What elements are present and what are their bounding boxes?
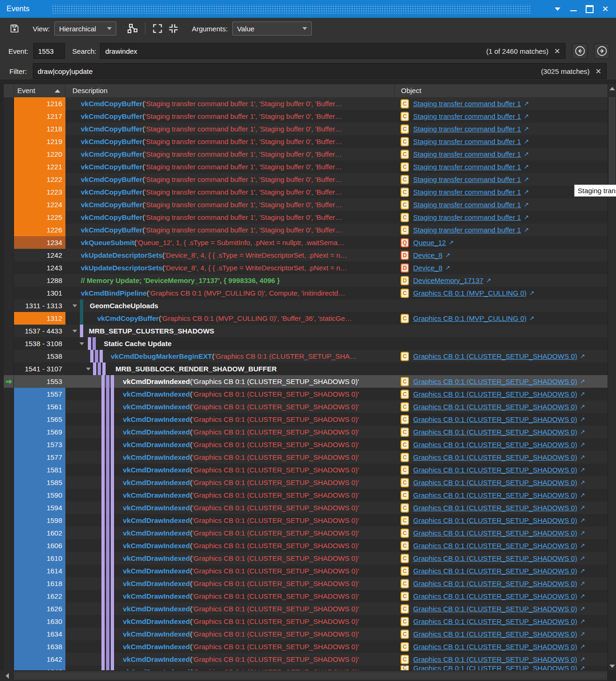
- goto-arrow-icon[interactable]: ↗: [580, 454, 585, 461]
- goto-arrow-icon[interactable]: ↗: [580, 618, 585, 625]
- object-link[interactable]: Device_8: [413, 251, 443, 259]
- event-row[interactable]: 1565vkCmdDrawIndexed('Graphics CB 0:1 (C…: [4, 413, 608, 426]
- object-link[interactable]: Graphics CB 0:1 (CLUSTER_SETUP_SHADOWS 0…: [413, 390, 577, 398]
- column-header-description[interactable]: Description: [65, 84, 395, 97]
- event-row[interactable]: 1557vkCmdDrawIndexed('Graphics CB 0:1 (C…: [4, 388, 608, 400]
- goto-arrow-icon[interactable]: ↗: [580, 428, 585, 435]
- event-row[interactable]: 1218vkCmdCopyBuffer('Staging transfer co…: [4, 123, 608, 135]
- goto-arrow-icon[interactable]: ↗: [580, 542, 585, 549]
- event-row[interactable]: 1234vkQueueSubmit('Queue_12', 1, { .sTyp…: [4, 236, 608, 249]
- goto-arrow-icon[interactable]: ↗: [524, 138, 529, 145]
- goto-arrow-icon[interactable]: ↗: [449, 239, 454, 246]
- column-header-event[interactable]: Event: [14, 84, 65, 97]
- event-row[interactable]: 1594vkCmdDrawIndexed('Graphics CB 0:1 (C…: [4, 501, 608, 514]
- event-row[interactable]: 1220vkCmdCopyBuffer('Staging transfer co…: [4, 148, 608, 160]
- goto-arrow-icon[interactable]: ↗: [524, 226, 529, 233]
- goto-arrow-icon[interactable]: ↗: [580, 378, 585, 385]
- scroll-left-button[interactable]: [0, 670, 14, 681]
- h-scrollbar[interactable]: [0, 670, 608, 681]
- event-row[interactable]: 1242vkUpdateDescriptorSets('Device_8', 4…: [4, 249, 608, 261]
- event-row[interactable]: 1217vkCmdCopyBuffer('Staging transfer co…: [4, 110, 608, 123]
- goto-arrow-icon[interactable]: ↗: [580, 529, 585, 536]
- object-link[interactable]: Graphics CB 0:1 (CLUSTER_SETUP_SHADOWS 0…: [413, 504, 577, 512]
- goto-arrow-icon[interactable]: ↗: [524, 125, 529, 132]
- object-link[interactable]: Graphics CB 0:1 (CLUSTER_SETUP_SHADOWS 0…: [413, 554, 577, 562]
- goto-arrow-icon[interactable]: ↗: [580, 630, 585, 638]
- goto-arrow-icon[interactable]: ↗: [530, 315, 535, 322]
- event-row[interactable]: 1561vkCmdDrawIndexed('Graphics CB 0:1 (C…: [4, 400, 608, 413]
- close-button[interactable]: ✕: [599, 3, 611, 14]
- event-row[interactable]: 1598vkCmdDrawIndexed('Graphics CB 0:1 (C…: [4, 514, 608, 527]
- object-link[interactable]: Graphics CB 0:1 (CLUSTER_SETUP_SHADOWS 0…: [413, 415, 577, 423]
- collapse-all-button[interactable]: [165, 21, 181, 36]
- event-row[interactable]: 1538 - 3108Static Cache Update: [4, 337, 608, 350]
- event-row[interactable]: 1634vkCmdDrawIndexed('Graphics CB 0:1 (C…: [4, 628, 608, 640]
- v-scrollbar[interactable]: [608, 84, 616, 670]
- object-link[interactable]: Graphics CB 0:1 (CLUSTER_SETUP_SHADOWS 0…: [413, 630, 577, 638]
- event-row[interactable]: 1622vkCmdDrawIndexed('Graphics CB 0:1 (C…: [4, 590, 608, 602]
- event-row[interactable]: 1224vkCmdCopyBuffer('Staging transfer co…: [4, 198, 608, 211]
- object-link[interactable]: Graphics CB 0:1 (CLUSTER_SETUP_SHADOWS 0…: [413, 441, 577, 449]
- scroll-down-button[interactable]: [608, 662, 616, 670]
- object-link[interactable]: Staging transfer command buffer 1: [413, 138, 521, 145]
- goto-arrow-icon[interactable]: ↗: [580, 605, 585, 612]
- goto-arrow-icon[interactable]: ↗: [524, 188, 529, 196]
- h-scrollbar-track[interactable]: [14, 672, 607, 680]
- object-link[interactable]: Staging transfer command buffer 1: [413, 163, 521, 171]
- event-row[interactable]: 1573vkCmdDrawIndexed('Graphics CB 0:1 (C…: [4, 438, 608, 451]
- goto-arrow-icon[interactable]: ↗: [580, 593, 585, 600]
- next-match-button[interactable]: [594, 43, 609, 59]
- save-button[interactable]: [7, 21, 22, 36]
- object-link[interactable]: Graphics CB 0:1 (CLUSTER_SETUP_SHADOWS 0…: [413, 643, 577, 651]
- event-row[interactable]: 1221vkCmdCopyBuffer('Staging transfer co…: [4, 160, 608, 173]
- expand-all-button[interactable]: [150, 21, 165, 36]
- goto-arrow-icon[interactable]: ↗: [580, 466, 585, 473]
- event-row[interactable]: 1219vkCmdCopyBuffer('Staging transfer co…: [4, 135, 608, 148]
- event-row[interactable]: 1569vkCmdDrawIndexed('Graphics CB 0:1 (C…: [4, 426, 608, 438]
- goto-arrow-icon[interactable]: ↗: [445, 264, 451, 271]
- event-input[interactable]: 1553: [33, 43, 65, 59]
- goto-arrow-icon[interactable]: ↗: [530, 290, 535, 297]
- event-row[interactable]: 1585vkCmdDrawIndexed('Graphics CB 0:1 (C…: [4, 476, 608, 489]
- event-row[interactable]: 1618vkCmdDrawIndexed('Graphics CB 0:1 (C…: [4, 577, 608, 590]
- event-row[interactable]: 1642vkCmdDrawIndexed('Graphics CB 0:1 (C…: [4, 653, 608, 666]
- event-row[interactable]: 1581vkCmdDrawIndexed('Graphics CB 0:1 (C…: [4, 464, 608, 476]
- clear-filter-button[interactable]: ✕: [595, 67, 602, 76]
- goto-arrow-icon[interactable]: ↗: [445, 252, 451, 259]
- event-row[interactable]: 1243vkUpdateDescriptorSets('Device_8', 4…: [4, 261, 608, 274]
- event-row[interactable]: 1602vkCmdDrawIndexed('Graphics CB 0:1 (C…: [4, 527, 608, 539]
- object-link[interactable]: Graphics CB 0:1 (CLUSTER_SETUP_SHADOWS 0…: [413, 666, 577, 670]
- object-link[interactable]: Graphics CB 0:1 (CLUSTER_SETUP_SHADOWS 0…: [413, 453, 577, 461]
- event-row[interactable]: 1288// Memory Update; 'DeviceMemory_1713…: [4, 274, 608, 287]
- event-row[interactable]: 1312vkCmdCopyBuffer('Graphics CB 0:1 (MV…: [4, 312, 608, 325]
- goto-arrow-icon[interactable]: ↗: [524, 113, 529, 120]
- object-link[interactable]: Staging transfer command buffer 1: [413, 188, 521, 196]
- scroll-up-button[interactable]: [608, 84, 616, 93]
- object-link[interactable]: Queue_12: [413, 239, 446, 246]
- goto-arrow-icon[interactable]: ↗: [524, 151, 529, 158]
- object-link[interactable]: Graphics CB 0:1 (CLUSTER_SETUP_SHADOWS 0…: [413, 605, 577, 613]
- object-link[interactable]: Graphics CB 0:1 (MVP_CULLING 0): [413, 314, 527, 322]
- event-row[interactable]: 1638vkCmdDrawIndexed('Graphics CB 0:1 (C…: [4, 640, 608, 653]
- object-link[interactable]: Graphics CB 0:1 (CLUSTER_SETUP_SHADOWS 0…: [413, 529, 577, 537]
- object-link[interactable]: Graphics CB 0:1 (CLUSTER_SETUP_SHADOWS 0…: [413, 428, 577, 436]
- goto-arrow-icon[interactable]: ↗: [580, 555, 585, 562]
- column-header-object[interactable]: Object: [395, 84, 608, 97]
- h-scrollbar-thumb[interactable]: [15, 673, 606, 679]
- event-row[interactable]: 1222vkCmdCopyBuffer('Staging transfer co…: [4, 173, 608, 186]
- search-input[interactable]: drawindex (1 of 2460 matches) ✕: [100, 43, 566, 59]
- object-link[interactable]: DeviceMemory_17137: [413, 276, 483, 284]
- object-link[interactable]: Staging transfer command buffer 1: [413, 201, 521, 209]
- object-link[interactable]: Device_8: [413, 264, 443, 272]
- goto-arrow-icon[interactable]: ↗: [580, 580, 585, 587]
- object-link[interactable]: Graphics CB 0:1 (CLUSTER_SETUP_SHADOWS 0…: [413, 491, 577, 499]
- object-link[interactable]: Staging transfer command buffer 1: [413, 175, 521, 183]
- goto-arrow-icon[interactable]: ↗: [524, 100, 529, 107]
- arguments-dropdown[interactable]: Value: [232, 22, 312, 36]
- dock-grip-texture[interactable]: [52, 4, 531, 14]
- event-row[interactable]: 1590vkCmdDrawIndexed('Graphics CB 0:1 (C…: [4, 489, 608, 501]
- goto-arrow-icon[interactable]: ↗: [580, 517, 585, 524]
- goto-arrow-icon[interactable]: ↗: [580, 504, 585, 511]
- object-link[interactable]: Graphics CB 0:1 (CLUSTER_SETUP_SHADOWS 0…: [413, 516, 577, 524]
- object-link[interactable]: Graphics CB 0:1 (CLUSTER_SETUP_SHADOWS 0…: [413, 478, 577, 486]
